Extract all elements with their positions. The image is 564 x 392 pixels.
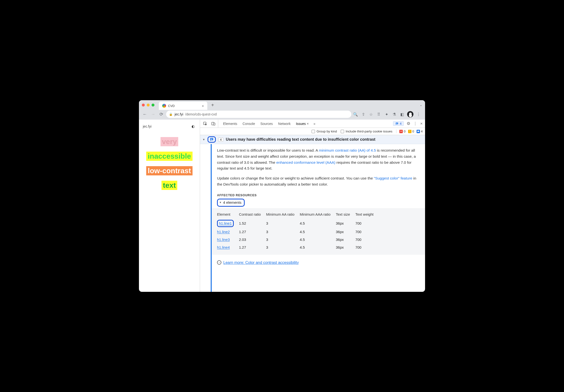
extensions-icon[interactable]: ✦ — [384, 112, 389, 117]
tab-issues[interactable]: Issues × — [295, 120, 309, 127]
labs-icon[interactable]: ⚗ — [392, 112, 397, 117]
url-actions: 🔍 ⇧ ☆ ⠿ ✦ ⚗ ◧ ⋮ — [353, 111, 423, 117]
issue-title: Users may have difficulties reading text… — [226, 137, 375, 142]
error-counter[interactable]: ✕0 — [399, 129, 405, 133]
affected-elements-table: Element Contrast ratio Minimum AA ratio … — [217, 210, 379, 251]
tab-overflow-button[interactable]: ⌄ — [420, 103, 422, 107]
issue-content: Low-contrast text is difficult or imposs… — [212, 144, 425, 292]
element-link[interactable]: h1.line2 — [217, 230, 230, 234]
maximize-window-button[interactable] — [151, 104, 154, 107]
tab-favicon — [162, 104, 166, 108]
zoom-icon[interactable]: 🔍 — [353, 112, 358, 117]
col-min-aa: Minimum AA ratio — [266, 210, 300, 219]
chat-icon — [395, 122, 399, 126]
devtools-menu-button[interactable]: ⋮ — [413, 121, 417, 126]
third-party-checkbox[interactable]: Include third-party cookie issues — [341, 129, 392, 133]
tab-sources[interactable]: Sources — [260, 120, 273, 127]
warning-counter[interactable]: !0 — [408, 129, 414, 133]
affected-resources-label: AFFECTED RESOURCES — [217, 193, 419, 198]
device-toggle-button[interactable] — [211, 120, 216, 127]
third-party-label: Include third-party cookie issues — [345, 129, 392, 133]
issue-header[interactable]: ▼ 4 Users may have difficulties reading … — [200, 135, 425, 144]
sample-text-3: low-contrast — [146, 166, 192, 175]
browser-menu-button[interactable]: ⋮ — [416, 112, 421, 117]
url-toolbar: ← → ⟳ 🔒 jec.fyi/demo/cds-quest-cvd 🔍 ⇧ ☆… — [139, 110, 425, 120]
forward-button[interactable]: → — [150, 111, 156, 118]
cell: 700 — [355, 244, 379, 251]
disclosure-triangle-icon: ▼ — [203, 138, 205, 141]
window-titlebar: CVD × + ⌄ — [139, 100, 425, 110]
issue-severity-counters: ✕0 !0 4 — [396, 129, 423, 133]
element-link[interactable]: h1.line4 — [217, 245, 230, 249]
address-bar[interactable]: 🔒 jec.fyi/demo/cds-quest-cvd — [166, 111, 351, 118]
group-by-kind-checkbox[interactable]: Group by kind — [312, 129, 337, 133]
affected-elements-count: 4 elements — [223, 200, 242, 206]
info-counter[interactable]: 4 — [417, 129, 423, 133]
cell: 2.03 — [239, 236, 266, 244]
minimize-window-button[interactable] — [147, 104, 150, 107]
element-link[interactable]: h1.line1 — [219, 221, 232, 225]
table-row: h1.line21.2734.536px700 — [217, 228, 379, 236]
gsuite-icon[interactable]: ⠿ — [376, 112, 381, 117]
col-contrast-ratio: Contrast ratio — [239, 210, 266, 219]
learn-more-row: → Learn more: Color and contrast accessi… — [217, 260, 419, 266]
cell: 3 — [266, 244, 300, 251]
cell: 1.27 — [239, 244, 266, 251]
new-tab-button[interactable]: + — [209, 102, 216, 108]
devtools-close-button[interactable]: × — [420, 121, 423, 126]
affected-elements-toggle[interactable]: ▼ 4 elements — [217, 199, 245, 207]
cell: 36px — [336, 219, 355, 228]
sample-text-2: inaccessible — [146, 152, 192, 161]
content-area: jec.fyi ◐ very inaccessible low-contrast… — [139, 120, 425, 292]
lock-icon: 🔒 — [169, 112, 173, 116]
theme-toggle[interactable]: ◐ — [190, 124, 196, 129]
sidepanel-icon[interactable]: ◧ — [399, 112, 405, 117]
bookmark-icon[interactable]: ☆ — [368, 112, 374, 117]
browser-window: CVD × + ⌄ ← → ⟳ 🔒 jec.fyi/demo/cds-quest… — [139, 100, 425, 292]
tabs-overflow-button[interactable]: » — [314, 122, 316, 126]
svg-rect-5 — [211, 139, 213, 139]
profile-avatar[interactable] — [407, 111, 413, 117]
browser-tab[interactable]: CVD × — [159, 102, 207, 110]
site-label: jec.fyi — [143, 125, 151, 128]
learn-more-link[interactable]: Learn more: Color and contrast accessibi… — [223, 260, 299, 266]
share-icon[interactable]: ⇧ — [360, 112, 366, 117]
sample-text-1: very — [161, 137, 179, 146]
table-header-row: Element Contrast ratio Minimum AA ratio … — [217, 210, 379, 219]
cell: 700 — [355, 228, 379, 236]
inspect-element-button[interactable] — [203, 120, 208, 127]
tab-elements[interactable]: Elements — [223, 120, 238, 127]
element-link[interactable]: h1.line3 — [217, 238, 230, 242]
link-suggest-color[interactable]: "Suggest color" feature — [374, 176, 412, 180]
issues-count-badge[interactable]: 4 — [393, 121, 404, 126]
back-button[interactable]: ← — [141, 111, 148, 118]
link-enhanced-aaa[interactable]: enhanced conformance level (AAA) — [276, 160, 335, 165]
tab-console[interactable]: Console — [242, 120, 255, 127]
col-text-weight: Text weight — [355, 210, 379, 219]
tab-close-button[interactable]: × — [202, 104, 204, 108]
cell: 3 — [266, 219, 300, 228]
arrow-circle-icon: → — [217, 260, 221, 265]
cell: 4.5 — [300, 228, 336, 236]
table-row: h1.line41.2734.536px700 — [217, 244, 379, 251]
reload-button[interactable]: ⟳ — [158, 111, 165, 118]
tab-network[interactable]: Network — [278, 120, 291, 127]
devtools-settings-button[interactable]: ⚙ — [407, 121, 410, 126]
cell: 36px — [336, 244, 355, 251]
issue-count-badge: 4 — [218, 138, 223, 142]
close-window-button[interactable] — [142, 104, 145, 107]
issue-description-2: Update colors or change the font size or… — [217, 175, 419, 187]
url-host: jec.fyi — [175, 112, 183, 116]
tab-issues-label: Issues — [296, 122, 305, 126]
cell: 36px — [336, 236, 355, 244]
cell: 3 — [266, 236, 300, 244]
col-text-size: Text size — [336, 210, 355, 219]
link-min-contrast-aa[interactable]: minimum contrast ratio (AA) of 4.5 — [319, 148, 376, 152]
tab-issues-close[interactable]: × — [307, 122, 309, 126]
cell: 700 — [355, 219, 379, 228]
checkbox-icon — [341, 130, 344, 133]
issue-description-1: Low-contrast text is difficult or imposs… — [217, 147, 419, 171]
cell: 4.5 — [300, 236, 336, 244]
sample-text-4: text — [162, 181, 177, 190]
page-header: jec.fyi ◐ — [142, 123, 196, 132]
